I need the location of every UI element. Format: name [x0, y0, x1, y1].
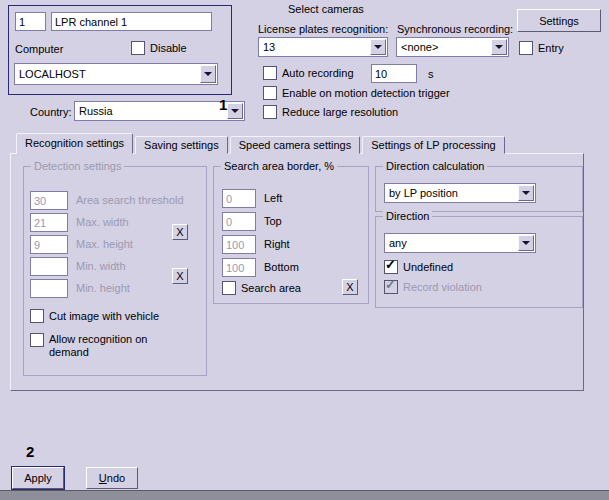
min-width-input[interactable]: [30, 257, 68, 276]
min-height-input[interactable]: [30, 279, 68, 298]
apply-button[interactable]: Apply: [12, 467, 64, 489]
country-value: Russia: [79, 105, 225, 117]
chevron-down-icon[interactable]: [227, 103, 243, 119]
sync-recording-value: <none>: [401, 41, 489, 53]
country-label: Country:: [30, 106, 72, 119]
auto-recording-label: Auto recording: [282, 67, 354, 80]
tab-speed-camera-settings[interactable]: Speed camera settings: [230, 136, 361, 154]
search-area-label: Search area: [241, 282, 301, 295]
area-search-threshold-label: Area search threshold: [76, 194, 184, 207]
reduce-resolution-label: Reduce large resolution: [282, 106, 398, 119]
tab-saving-settings[interactable]: Saving settings: [135, 136, 228, 154]
auto-recording-checkbox-box[interactable]: [263, 66, 277, 80]
border-bottom-label: Bottom: [264, 261, 299, 274]
auto-recording-checkbox[interactable]: Auto recording: [263, 66, 354, 80]
motion-trigger-checkbox-box[interactable]: [263, 86, 277, 100]
lpr-channel-settings-window: Computer Disable LOCALHOST Select camera…: [0, 0, 609, 500]
direction-group: Direction any Undefined Record violation: [375, 216, 583, 308]
undefined-checkbox-box[interactable]: [384, 260, 398, 274]
bottom-status-bar: [0, 490, 609, 500]
border-bottom-input[interactable]: [222, 258, 256, 277]
min-width-label: Min. width: [76, 260, 126, 273]
search-area-checkbox[interactable]: Search area: [222, 281, 301, 295]
disable-checkbox[interactable]: Disable: [131, 41, 187, 55]
reduce-resolution-checkbox[interactable]: Reduce large resolution: [263, 105, 398, 119]
max-height-label: Max. height: [76, 238, 133, 251]
chevron-down-icon[interactable]: [370, 39, 386, 55]
recognition-settings-panel: Detection settings Area search threshold…: [10, 153, 584, 391]
tab-settings-of-lp-processing[interactable]: Settings of LP processing: [362, 136, 505, 154]
allow-demand-checkbox-box[interactable]: [30, 333, 44, 347]
cut-image-label: Cut image with vehicle: [49, 310, 159, 323]
motion-trigger-label: Enable on motion detection trigger: [282, 87, 450, 100]
max-height-input[interactable]: [30, 235, 68, 254]
border-right-input[interactable]: [222, 235, 256, 254]
direction-title: Direction: [383, 210, 432, 223]
undo-button[interactable]: Undo: [86, 467, 138, 489]
cut-image-with-vehicle-checkbox[interactable]: Cut image with vehicle: [30, 309, 159, 323]
select-cameras-title: Select cameras: [288, 3, 364, 16]
border-left-label: Left: [264, 192, 282, 205]
settings-tabstrip: Recognition settings Saving settings Spe…: [16, 135, 507, 154]
clear-max-size-button[interactable]: X: [172, 224, 188, 240]
allow-demand-label: Allow recognition on demand: [49, 333, 157, 359]
direction-calculation-combobox[interactable]: by LP position: [384, 183, 536, 203]
settings-button[interactable]: Settings: [517, 9, 601, 32]
detection-settings-group: Detection settings Area search threshold…: [23, 166, 207, 376]
search-area-border-group: Search area border, % Left Top Right Bot…: [213, 166, 369, 304]
tab-recognition-settings[interactable]: Recognition settings: [16, 133, 133, 154]
undefined-label: Undefined: [403, 261, 453, 274]
border-top-label: Top: [264, 215, 282, 228]
detection-settings-title: Detection settings: [31, 160, 124, 173]
border-left-input[interactable]: [222, 189, 256, 208]
recognition-camera-combobox[interactable]: 13: [258, 37, 388, 57]
search-area-border-title: Search area border, %: [221, 160, 337, 173]
synchronous-recording-label: Synchronous recording:: [397, 23, 513, 36]
allow-recognition-on-demand-checkbox[interactable]: Allow recognition on demand: [30, 333, 165, 359]
area-search-threshold-input[interactable]: [30, 191, 68, 210]
direction-value: any: [389, 237, 516, 249]
disable-label: Disable: [150, 42, 187, 55]
channel-id-input[interactable]: [15, 12, 46, 31]
clear-min-size-button[interactable]: X: [172, 268, 188, 284]
chevron-down-icon[interactable]: [491, 39, 507, 55]
channel-identity-panel: Computer Disable LOCALHOST: [8, 5, 232, 95]
computer-label: Computer: [15, 43, 63, 56]
direction-calculation-value: by LP position: [389, 187, 516, 199]
direction-calculation-title: Direction calculation: [383, 160, 487, 173]
border-right-label: Right: [264, 238, 290, 251]
callout-2: 2: [26, 444, 34, 459]
computer-combobox[interactable]: LOCALHOST: [14, 63, 218, 85]
chevron-down-icon[interactable]: [200, 65, 216, 83]
max-width-input[interactable]: [30, 213, 68, 232]
record-violation-label: Record violation: [403, 281, 482, 294]
reduce-resolution-checkbox-box[interactable]: [263, 105, 277, 119]
seconds-unit-label: s: [428, 68, 434, 81]
license-plates-recognition-label: License plates recognition:: [258, 23, 388, 36]
direction-combobox[interactable]: any: [384, 233, 536, 253]
cut-image-checkbox-box[interactable]: [30, 309, 44, 323]
channel-name-input[interactable]: [51, 12, 212, 31]
undo-button-label: Undo: [99, 472, 125, 484]
clear-search-area-button[interactable]: X: [342, 279, 358, 295]
chevron-down-icon[interactable]: [518, 235, 534, 251]
search-area-checkbox-box[interactable]: [222, 281, 236, 295]
max-width-label: Max. width: [76, 216, 129, 229]
entry-checkbox[interactable]: Entry: [519, 41, 564, 55]
motion-trigger-checkbox[interactable]: Enable on motion detection trigger: [263, 86, 450, 100]
record-violation-checkbox-box: [384, 280, 398, 294]
entry-checkbox-box[interactable]: [519, 41, 533, 55]
border-top-input[interactable]: [222, 212, 256, 231]
min-height-label: Min. height: [76, 282, 130, 295]
direction-calculation-group: Direction calculation by LP position: [375, 166, 583, 212]
auto-recording-time-input[interactable]: [371, 64, 417, 83]
undefined-checkbox[interactable]: Undefined: [384, 260, 453, 274]
disable-checkbox-box[interactable]: [131, 41, 145, 55]
recognition-camera-value: 13: [263, 41, 368, 53]
sync-recording-combobox[interactable]: <none>: [396, 37, 509, 57]
computer-combobox-value: LOCALHOST: [19, 68, 198, 80]
record-violation-checkbox: Record violation: [384, 280, 482, 294]
entry-label: Entry: [538, 42, 564, 55]
chevron-down-icon[interactable]: [518, 185, 534, 201]
callout-1: 1: [219, 97, 227, 112]
